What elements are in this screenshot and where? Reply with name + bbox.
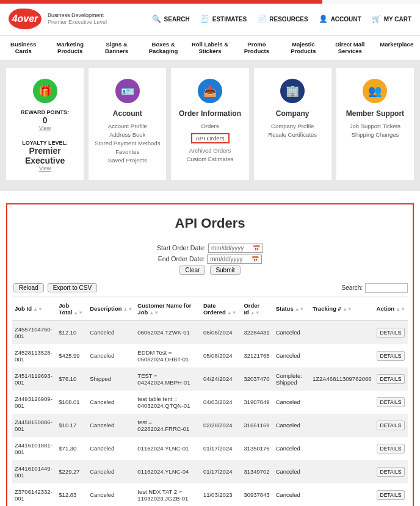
col-job-id[interactable]: Job Id▲▼ [12,297,56,320]
search-input[interactable] [365,283,408,293]
sort-icon: ▲▼ [149,310,159,316]
cell-order-id: 32037470 [241,367,273,391]
cell-action: DETAILS [374,320,408,344]
cell-customer-name: test table tent = 04032024.QTQN-01 [135,391,201,414]
table-row: Z4528113528-001$425.99CanceledEDDM Test … [12,344,408,367]
cell-status: Canceled [273,414,310,437]
order-info-card: 📥 Order Information Orders API Orders Ar… [171,68,248,180]
cell-tracking [310,391,374,414]
end-date-input[interactable]: mm/dd/yyyy 📅 [207,255,262,264]
support-link-tickets[interactable]: Job Support Tickets [340,123,410,129]
table-toolbar: Reload Export to CSV Search: [12,283,408,293]
account-link-payment[interactable]: Stored Payment Methods [92,140,162,146]
details-button[interactable]: DETAILS [377,351,405,361]
resources-link[interactable]: 📄 RESOURCES [258,15,308,23]
account-link-saved[interactable]: Saved Projects [92,157,162,164]
col-description[interactable]: Description▲▼ [87,297,135,320]
estimates-link[interactable]: 🧾 ESTIMATES [201,15,247,23]
account-link[interactable]: 👤 ACCOUNT [319,15,361,23]
details-button[interactable]: DETAILS [377,397,405,407]
col-job-total[interactable]: Job Total▲▼ [56,297,87,320]
cell-job-total: $12.10 [56,320,87,344]
start-date-input[interactable]: mm/dd/yyyy 📅 [208,244,263,253]
details-button[interactable]: DETAILS [377,328,405,338]
nav-signs-banners[interactable]: Signs & Banners [93,40,140,56]
col-status[interactable]: Status▲▼ [273,297,310,320]
nav-promo-products[interactable]: Promo Products [233,40,280,56]
estimates-icon: 🧾 [201,15,209,23]
top-banner [0,0,420,4]
cell-job-total: $10.17 [56,414,87,437]
details-button[interactable]: DETAILS [377,374,405,384]
order-link-archived[interactable]: Archived Orders [175,147,245,154]
nav-marketing-products[interactable]: Marketing Products [46,40,93,56]
nav-roll-labels[interactable]: Roll Labels & Stickers [187,40,233,56]
header-links: 🔍 SEARCH 🧾 ESTIMATES 📄 RESOURCES 👤 ACCOU… [153,15,411,23]
cell-description: Canceled [87,344,135,367]
company-link-resale[interactable]: Resale Certificates [258,131,328,138]
cell-order-id: 32284431 [241,320,273,344]
cell-job-id: Z4493126909-001 [12,391,56,414]
cell-action: DETAILS [374,437,408,460]
reward-points-label: REWARD POINTS: [10,109,80,115]
start-date-label: Start Order Date: [157,244,206,251]
account-link-profile[interactable]: Account Profile [92,123,162,129]
gift-icon: 🎁 [33,79,57,103]
calendar-icon: 📅 [253,245,260,251]
col-order-id[interactable]: Order Id▲▼ [241,297,273,320]
company-link-profile[interactable]: Company Profile [258,123,328,129]
support-card: 👥 Member Support Job Support Tickets Shi… [336,68,414,180]
account-link-address[interactable]: Address Book [92,131,162,138]
cart-link[interactable]: 🛒 MY CART [372,15,411,23]
nav-majestic-products[interactable]: Majestic Products [280,40,327,56]
details-button[interactable]: DETAILS [377,444,405,454]
col-customer-name[interactable]: Customer Name for Job▲▼ [135,297,201,320]
cell-date-ordered: 04/03/2024 [201,391,241,414]
table-row: Z4514119693-001$76.10ShippedTEST = 04242… [12,367,408,391]
api-orders-title: API Orders [12,215,408,231]
reward-points-view[interactable]: View [10,125,80,131]
details-button[interactable]: DETAILS [377,490,405,500]
table-header-row: Job Id▲▼ Job Total▲▼ Description▲▼ Custo… [12,297,408,320]
loyalty-value-2: Executive [10,156,80,165]
cell-job-id: Z4416101449-001 [12,460,56,483]
details-button[interactable]: DETAILS [377,421,405,430]
cell-order-id: 32121765 [241,344,273,367]
order-link-orders[interactable]: Orders [175,123,245,129]
search-link[interactable]: 🔍 SEARCH [153,15,190,23]
col-action[interactable]: Action▲▼ [374,297,408,320]
table-row: Z4416101881-001$71.30Canceled01162024.YL… [12,437,408,460]
cell-date-ordered: 11/03/2023 [201,483,241,506]
cell-tracking [310,414,374,437]
cell-description: Shipped [87,367,135,391]
cell-tracking [310,320,374,344]
loyalty-view[interactable]: View [10,165,80,172]
logo[interactable]: 4over [9,9,42,29]
nav-direct-mail[interactable]: Direct Mail Services [327,40,373,56]
col-date-ordered[interactable]: Date Ordered▲▼ [201,297,241,320]
cell-job-id: Z4514119693-001 [12,367,56,391]
order-link-api-orders[interactable]: API Orders [191,133,230,143]
cell-order-id: 30937843 [241,483,273,506]
support-link-shipping[interactable]: Shipping Changes [340,131,410,138]
cell-action: DETAILS [374,367,408,391]
account-link-favorites[interactable]: Favorites [92,148,162,155]
sort-icon: ▲▼ [396,306,405,312]
nav-business-cards[interactable]: Business Cards [0,40,46,56]
cell-job-id: Z4458150886-001 [12,414,56,437]
cell-action: DETAILS [374,483,408,506]
reload-button[interactable]: Reload [13,283,44,292]
nav-boxes-packaging[interactable]: Boxes & Packaging [140,40,186,56]
cell-job-id: Z4557104750-001 [12,320,56,344]
cell-customer-name: TEST = 04242024.MBPH-01 [135,367,201,391]
col-tracking[interactable]: Tracking #▲▼ [310,297,374,320]
submit-button[interactable]: Submit [210,266,240,275]
cell-customer-name: 06062024.TZWK-01 [135,320,201,344]
cell-description: Canceled [87,391,135,414]
cell-status: Canceled [273,391,310,414]
export-csv-button[interactable]: Export to CSV [48,283,97,292]
clear-button[interactable]: Clear [179,266,205,275]
details-button[interactable]: DETAILS [377,467,405,477]
nav-marketplace[interactable]: Marketplace [374,40,420,56]
order-link-estimates[interactable]: Custom Estimates [175,156,245,162]
